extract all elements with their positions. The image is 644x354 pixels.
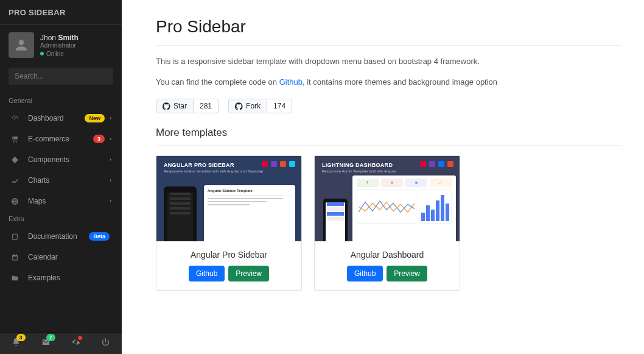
template-cards: ANGULAR PRO SIDEBAR Responsive sidebar t… (156, 155, 622, 291)
folder-icon (9, 274, 21, 282)
settings-dot (78, 336, 82, 340)
status-dot-icon (40, 52, 44, 55)
sidebar-item-maps[interactable]: Maps (0, 191, 122, 211)
github-star-count[interactable]: 281 (194, 99, 219, 113)
thumbnail-banner: ANGULAR PRO SIDEBAR (164, 162, 234, 168)
chevron-right-icon (108, 136, 113, 141)
page-description-1: This is a responsive sidebar template wi… (156, 55, 622, 68)
card-thumbnail: LIGHTNING DASHBOARD Responsive Admin Tem… (315, 156, 460, 241)
search-input[interactable] (15, 72, 106, 80)
power-icon (101, 338, 110, 347)
sidebar-item-label: Components (28, 155, 108, 164)
chart-icon (9, 177, 21, 185)
card-body: Angular Pro Sidebar Github Preview (156, 241, 301, 290)
thumbnail-banner: LIGHTNING DASHBOARD (322, 162, 393, 168)
github-fork-button[interactable]: Fork (228, 99, 267, 113)
divider (156, 45, 622, 46)
footer-power[interactable] (91, 338, 121, 349)
mock-desktop: Angular Sidebar Template (204, 185, 295, 241)
thumbnail-subtitle: Responsive sidebar template built with A… (164, 169, 263, 173)
preview-button[interactable]: Preview (228, 266, 269, 281)
github-icon (163, 102, 170, 110)
github-buttons: Star 281 Fork 174 (156, 99, 622, 113)
template-card: ANGULAR PRO SIDEBAR Responsive sidebar t… (156, 155, 302, 291)
page-description-2: You can find the complete code on Github… (156, 76, 622, 88)
github-button[interactable]: Github (189, 266, 225, 281)
mock-phone (323, 199, 348, 241)
sidebar-brand: PRO SIDEBAR (9, 8, 66, 17)
sidebar-item-components[interactable]: Components (0, 149, 122, 170)
sidebar-footer: 3 7 (0, 332, 122, 354)
search-icon[interactable] (106, 72, 107, 80)
template-card: LIGHTNING DASHBOARD Responsive Admin Tem… (314, 155, 460, 291)
sidebar-item-label: Dashboard (28, 114, 85, 122)
book-icon (9, 233, 21, 241)
tech-icons (420, 161, 453, 167)
github-fork-count[interactable]: 174 (267, 99, 292, 113)
main-content: Pro Sidebar This is a responsive sidebar… (122, 0, 644, 354)
footer-messages[interactable]: 7 (31, 338, 61, 349)
thumbnail-subtitle: Responsive Admin Template built with Ang… (322, 169, 397, 173)
github-link[interactable]: Github (279, 77, 303, 87)
svg-rect-2 (415, 182, 417, 183)
sidebar-header: PRO SIDEBAR (0, 0, 122, 25)
sidebar-item-label: Calendar (28, 253, 113, 261)
github-star-pair: Star 281 (156, 99, 219, 113)
user-lastname: Smith (58, 34, 78, 42)
user-block[interactable]: Jhon Smith Administrator Online (0, 25, 122, 63)
chevron-right-icon (108, 157, 113, 162)
search-box[interactable] (9, 68, 113, 85)
sidebar-item-calendar[interactable]: Calendar (0, 247, 122, 267)
footer-notifications[interactable]: 3 (1, 338, 31, 349)
diamond-icon (9, 156, 21, 164)
sidebar: PRO SIDEBAR Jhon Smith Administrator Onl… (0, 0, 122, 354)
cart-icon (9, 135, 21, 143)
sidebar-item-dashboard[interactable]: Dashboard New (0, 108, 122, 129)
section-extra: Extra (0, 211, 122, 226)
github-star-button[interactable]: Star (156, 99, 194, 113)
badge-beta: Beta (89, 232, 110, 241)
preview-button[interactable]: Preview (387, 266, 427, 281)
github-icon (235, 102, 243, 110)
sidebar-item-label: Documentation (28, 232, 89, 241)
sidebar-item-examples[interactable]: Examples (0, 267, 122, 288)
page-title: Pro Sidebar (156, 17, 622, 37)
bell-count: 3 (16, 334, 26, 341)
mock-desktop: $ (352, 175, 456, 241)
footer-settings[interactable] (61, 338, 91, 349)
calendar-icon (9, 253, 21, 261)
chevron-right-icon (108, 178, 113, 183)
user-meta: Jhon Smith Administrator Online (40, 34, 79, 57)
tech-icons (262, 161, 295, 167)
sidebar-item-label: Maps (28, 197, 108, 205)
card-thumbnail: ANGULAR PRO SIDEBAR Responsive sidebar t… (156, 156, 301, 241)
divider (156, 145, 622, 146)
badge-count: 3 (93, 135, 105, 143)
card-title: Angular Pro Sidebar (163, 250, 295, 260)
globe-icon (9, 197, 21, 205)
mail-count: 7 (46, 334, 55, 341)
chevron-right-icon (108, 116, 113, 121)
user-role: Administrator (40, 42, 79, 49)
user-firstname: Jhon (40, 34, 56, 42)
user-status: Online (40, 51, 79, 57)
github-button[interactable]: Github (347, 266, 383, 281)
card-title: Angular Dashboard (321, 250, 453, 260)
avatar (9, 32, 34, 58)
chevron-right-icon (108, 199, 113, 204)
section-general: General (0, 93, 122, 108)
sidebar-item-label: E-commerce (28, 135, 93, 143)
badge-new: New (85, 114, 105, 122)
mock-phone (164, 186, 197, 241)
sidebar-item-documentation[interactable]: Documentation Beta (0, 226, 122, 247)
sidebar-item-label: Charts (28, 176, 108, 185)
svg-point-1 (391, 182, 393, 183)
more-templates-title: More templates (156, 127, 622, 139)
sidebar-item-charts[interactable]: Charts (0, 170, 122, 191)
tachometer-icon (9, 115, 21, 122)
github-fork-pair: Fork 174 (228, 99, 292, 113)
sidebar-item-label: Examples (28, 274, 113, 282)
svg-text:$: $ (366, 181, 368, 184)
sidebar-item-ecommerce[interactable]: E-commerce 3 (0, 129, 122, 149)
card-body: Angular Dashboard Github Preview (315, 241, 460, 290)
